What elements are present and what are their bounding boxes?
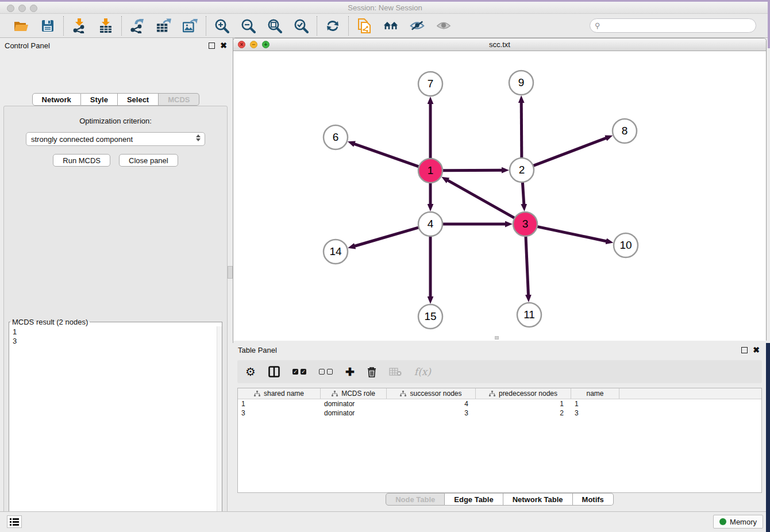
mcds-result-text[interactable]: 1 3 xyxy=(9,326,217,532)
graph-node-label-15: 15 xyxy=(424,310,436,322)
column-header-predecessor-nodes[interactable]: predecessor nodes xyxy=(476,388,571,399)
deselect-all-checkboxes-icon[interactable] xyxy=(319,369,333,375)
show-hidden-eye-icon[interactable] xyxy=(436,18,451,33)
graph-edge-3-10[interactable] xyxy=(537,226,607,241)
import-network-icon[interactable] xyxy=(72,18,87,33)
table-cell[interactable]: 3 xyxy=(387,408,476,418)
table-cell[interactable]: 4 xyxy=(387,399,476,408)
export-network-icon[interactable] xyxy=(130,18,145,33)
refresh-icon[interactable] xyxy=(325,18,340,33)
network-maximize-icon[interactable]: + xyxy=(262,41,270,48)
tab-mcds[interactable]: MCDS xyxy=(159,93,199,106)
zoom-out-icon[interactable] xyxy=(241,18,256,33)
zoom-selected-icon[interactable] xyxy=(294,18,309,33)
close-table-panel-icon[interactable]: ✖ xyxy=(753,347,760,353)
column-header-successor-nodes[interactable]: successor nodes xyxy=(387,388,476,399)
table-cell[interactable]: 1 xyxy=(476,399,571,408)
network-minimize-icon[interactable]: − xyxy=(250,41,257,48)
graph-node-label-4: 4 xyxy=(428,218,434,230)
zoom-in-icon[interactable] xyxy=(214,18,229,33)
float-table-panel-icon[interactable] xyxy=(741,347,748,353)
tab-network-table[interactable]: Network Table xyxy=(503,493,573,506)
window-title: Session: New Session xyxy=(348,3,422,12)
table-cell[interactable]: dominator xyxy=(321,399,387,408)
criterion-dropdown[interactable]: strongly connected component xyxy=(26,132,205,146)
network-close-icon[interactable]: × xyxy=(238,41,245,48)
table-cell[interactable]: dominator xyxy=(321,408,387,418)
node-table[interactable]: shared nameMCDS rolesuccessor nodesprede… xyxy=(237,388,762,493)
float-panel-icon[interactable] xyxy=(209,43,215,49)
table-cell[interactable]: 3 xyxy=(571,408,619,418)
table-body: 1dominator4113dominator323 xyxy=(238,399,761,418)
task-history-button[interactable] xyxy=(7,515,22,528)
table-header-row: shared nameMCDS rolesuccessor nodesprede… xyxy=(238,388,761,399)
table-panel-title: Table Panel xyxy=(238,346,277,354)
run-mcds-button[interactable]: Run MCDS xyxy=(53,154,110,167)
minimize-window-button[interactable] xyxy=(18,5,26,12)
tab-edge-table[interactable]: Edge Table xyxy=(445,493,503,506)
graph-node-label-11: 11 xyxy=(523,309,535,321)
tab-select[interactable]: Select xyxy=(118,93,159,106)
graph-edge-4-14[interactable] xyxy=(355,228,419,246)
show-columns-icon[interactable] xyxy=(268,366,280,377)
graph-node-label-6: 6 xyxy=(333,131,339,143)
search-input[interactable] xyxy=(590,18,756,33)
import-table-icon[interactable] xyxy=(98,18,113,33)
title-bar: Session: New Session xyxy=(0,2,770,14)
duplicate-network-icon[interactable] xyxy=(357,18,372,33)
hide-selected-eye-icon[interactable] xyxy=(410,18,425,33)
settings-gear-icon[interactable]: ⚙ xyxy=(245,366,256,377)
save-session-icon[interactable] xyxy=(40,18,55,33)
memory-button[interactable]: Memory xyxy=(713,515,763,529)
tab-network[interactable]: Network xyxy=(32,93,81,106)
network-window-title: scc.txt xyxy=(489,40,510,49)
zoom-window-button[interactable] xyxy=(30,5,37,12)
graph-edge-1-2[interactable] xyxy=(442,170,502,171)
tab-node-table[interactable]: Node Table xyxy=(386,493,445,506)
tab-motifs[interactable]: Motifs xyxy=(573,493,614,506)
close-panel-button[interactable]: Close panel xyxy=(119,154,178,167)
export-image-icon[interactable] xyxy=(183,18,198,33)
window-border xyxy=(0,0,770,2)
memory-status-icon xyxy=(719,518,726,525)
close-window-button[interactable] xyxy=(7,5,14,12)
table-cell[interactable]: 3 xyxy=(238,408,321,418)
column-type-icon xyxy=(254,391,260,397)
table-cell[interactable]: 1 xyxy=(238,399,321,408)
table-cell[interactable]: 2 xyxy=(476,408,571,418)
result-scrollbar[interactable] xyxy=(217,326,222,532)
function-builder-icon: f(x) xyxy=(414,366,431,377)
mcds-result-box: MCDS result (2 nodes) 1 3 xyxy=(9,318,222,532)
column-header-shared-name[interactable]: shared name xyxy=(238,388,321,399)
panel-splitter-grip[interactable] xyxy=(228,266,233,279)
select-all-checkboxes-icon[interactable]: ✓✓ xyxy=(292,369,306,375)
graph-edge-1-6[interactable] xyxy=(354,144,419,167)
add-column-icon[interactable]: ✚ xyxy=(345,367,355,377)
table-row[interactable]: 1dominator411 xyxy=(238,399,761,408)
search-icon: ⚲ xyxy=(595,21,600,30)
export-table-icon[interactable] xyxy=(156,18,171,33)
column-type-icon xyxy=(400,391,406,397)
column-header-name[interactable]: name xyxy=(571,388,619,399)
graph-edge-3-11[interactable] xyxy=(526,236,529,295)
graph-node-label-7: 7 xyxy=(428,78,434,90)
table-cell[interactable]: 1 xyxy=(571,399,619,408)
table-row[interactable]: 3dominator323 xyxy=(238,408,761,418)
graph-edge-2-9[interactable] xyxy=(521,102,522,158)
network-window-titlebar[interactable]: × − + scc.txt xyxy=(233,38,766,51)
network-canvas[interactable]: 7968124314101511 xyxy=(233,51,766,341)
control-panel: Control Panel ✖ Network Style Select MCD… xyxy=(0,38,232,511)
canvas-scroll-grip[interactable] xyxy=(495,336,499,340)
column-header-MCDS-role[interactable]: MCDS role xyxy=(321,388,387,399)
close-panel-icon[interactable]: ✖ xyxy=(220,43,227,49)
graph-node-label-2: 2 xyxy=(519,164,525,176)
delete-column-trash-icon[interactable] xyxy=(367,367,376,377)
zoom-fit-icon[interactable] xyxy=(267,18,282,33)
graph-edge-2-3[interactable] xyxy=(522,182,523,205)
open-folder-icon[interactable] xyxy=(14,18,29,33)
memory-label: Memory xyxy=(730,518,757,526)
home-view-icon[interactable] xyxy=(383,18,398,33)
graph-edge-3-1[interactable] xyxy=(448,180,515,218)
graph-edge-2-8[interactable] xyxy=(533,138,607,165)
tab-style[interactable]: Style xyxy=(81,93,118,106)
